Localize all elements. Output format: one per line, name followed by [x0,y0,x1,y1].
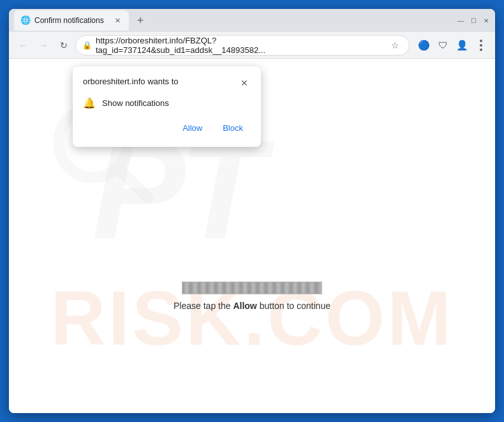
tab-close-button[interactable]: ✕ [112,15,122,26]
maximize-button[interactable]: ☐ [470,17,477,24]
title-bar-left: 🌐 Confirm notifications ✕ + [14,10,454,31]
active-tab[interactable]: 🌐 Confirm notifications ✕ [14,10,129,31]
profile-icon[interactable]: 👤 [453,36,471,54]
address-actions: ☆ [387,38,403,53]
back-button[interactable]: ← [14,36,32,54]
extensions-icon[interactable]: 🔵 [415,36,433,54]
progress-prefix: Please tap the [174,301,233,311]
minimize-button[interactable]: — [457,17,464,24]
bell-icon: 🔔 [83,97,96,109]
notification-popup: orboreshitert.info wants to ✕ 🔔 Show not… [73,66,261,147]
page-content: PT RISK.COM Please tap the Allow button … [9,59,495,413]
popup-actions: Allow Block [83,119,251,137]
reload-button[interactable]: ↻ [55,36,73,54]
three-dots-icon [480,40,482,51]
new-tab-button[interactable]: + [131,11,149,29]
title-bar: 🌐 Confirm notifications ✕ + — ☐ ✕ [9,9,495,32]
lock-icon: 🔒 [82,41,92,50]
shield-icon[interactable]: 🛡 [434,36,452,54]
page-center-content: Please tap the Allow button to continue [174,282,330,311]
address-input[interactable]: 🔒 https://orboreshitert.info/FBZQL?tag_i… [75,35,410,56]
close-button[interactable]: ✕ [482,17,490,24]
svg-line-1 [119,169,148,198]
address-bar: ← → ↻ 🔒 https://orboreshitert.info/FBZQL… [9,32,495,59]
bookmark-icon[interactable]: ☆ [387,38,403,53]
allow-button[interactable]: Allow [175,119,210,137]
popup-close-button[interactable]: ✕ [238,77,251,89]
browser-toolbar-icons: 🔵 🛡 👤 [415,36,490,54]
progress-bold: Allow [233,301,256,311]
popup-title: orboreshitert.info wants to [83,77,179,86]
progress-message: Please tap the Allow button to continue [174,301,330,311]
forward-button[interactable]: → [34,36,52,54]
popup-header: orboreshitert.info wants to ✕ [83,77,251,89]
block-button[interactable]: Block [215,119,251,137]
window-controls: — ☐ ✕ [457,17,490,24]
url-text: https://orboreshitert.info/FBZQL?tag_id=… [96,36,383,55]
menu-button[interactable] [472,36,490,54]
notification-label: Show notifications [102,98,169,108]
tab-favicon-icon: 🌐 [20,15,31,26]
progress-bar [182,282,322,294]
progress-suffix: button to continue [257,301,330,311]
browser-window: 🌐 Confirm notifications ✕ + — ☐ ✕ ← → ↻ … [9,9,495,413]
popup-notification-row: 🔔 Show notifications [83,97,251,109]
tab-title: Confirm notifications [34,16,108,25]
